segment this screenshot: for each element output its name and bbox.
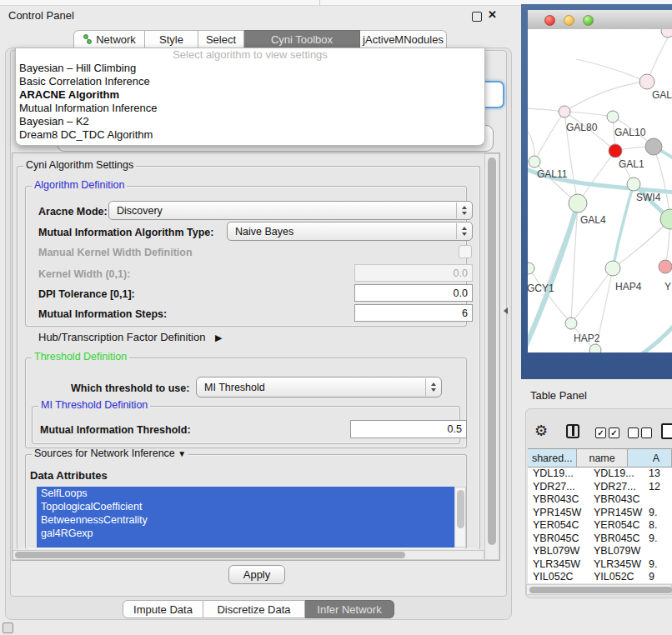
cell[interactable] (645, 493, 662, 507)
cell[interactable]: 9. (645, 532, 662, 546)
algorithm-item-mutual-information[interactable]: Mutual Information Inference (16, 102, 484, 115)
tab-cyni-toolbox[interactable]: Cyni Toolbox (244, 30, 360, 48)
cell[interactable]: YBR043C (528, 493, 587, 507)
new-table-document-icon[interactable] (661, 423, 672, 439)
column-header-partial[interactable]: A (628, 448, 672, 468)
node-table: shared... name A YDL19... YDL19... 13 YD… (528, 448, 672, 583)
tab-network[interactable]: Network (73, 30, 145, 48)
cell[interactable]: 8. (645, 519, 662, 532)
table-header-row: shared... name A (528, 448, 672, 468)
tab-impute-data[interactable]: Impute Data (123, 600, 203, 618)
algorithm-item-bayesian-k2[interactable]: Bayesian – K2 (16, 115, 484, 128)
network-node-gal10[interactable] (607, 111, 619, 122)
cell[interactable]: YPR145W (587, 507, 645, 520)
column-header-name[interactable]: name (577, 448, 627, 468)
cell[interactable] (645, 545, 662, 558)
window-close-icon[interactable] (544, 15, 555, 26)
algorithm-dropdown-placeholder: Select algorithm to view settings (16, 48, 484, 62)
cell[interactable]: 9 (645, 571, 662, 583)
network-node-gal11[interactable] (529, 156, 540, 168)
algorithm-item-aracne[interactable]: ARACNE Algorithm (16, 88, 484, 102)
cell[interactable]: YER054C (587, 519, 645, 532)
settings-horizontal-scrollbar-thumb[interactable] (15, 552, 405, 558)
settings-vertical-scrollbar-thumb[interactable] (488, 158, 496, 545)
cell[interactable]: YLR345W (528, 558, 587, 572)
network-node-gal80[interactable] (559, 106, 570, 118)
network-node-gal4[interactable] (569, 194, 587, 212)
cell[interactable]: YDL19... (587, 468, 645, 481)
cell[interactable]: 13 (645, 468, 662, 481)
cell[interactable]: YBL079W (528, 545, 587, 558)
cell[interactable]: YIL052C (587, 571, 645, 583)
splitter-arrow-icon[interactable] (504, 308, 508, 314)
dpi-tolerance-field[interactable] (354, 284, 473, 302)
hub-definition-toggle[interactable]: Hub/Transcription Factor Definition ▶ (38, 331, 222, 343)
sources-collapse-arrow-icon[interactable]: ▼ (178, 449, 186, 458)
cell[interactable]: YDL19... (528, 468, 587, 481)
column-header-shared-name[interactable]: shared... (528, 448, 577, 468)
algorithm-item-dream8[interactable]: Dream8 DC_TDC Algorithm (16, 128, 484, 142)
node-label-swi4: SWI4 (636, 192, 661, 203)
table-horizontal-scrollbar-thumb[interactable] (529, 587, 672, 593)
deselect-all-rows-icon[interactable] (628, 428, 652, 438)
tab-impute-data-label: Impute Data (133, 603, 193, 616)
aracne-mode-value: Discovery (117, 205, 163, 217)
minimized-panel-icon[interactable] (3, 622, 13, 633)
network-node-unnamed-top[interactable] (661, 29, 672, 38)
network-node-hap4[interactable] (605, 261, 620, 276)
tab-select[interactable]: Select (198, 30, 244, 48)
tab-style[interactable]: Style (145, 30, 198, 48)
cell[interactable]: YBR043C (587, 493, 645, 507)
aracne-mode-combo[interactable]: Discovery (108, 201, 473, 220)
attribute-item-betweennesscentrality[interactable]: BetweennessCentrality (37, 513, 454, 527)
cell[interactable]: YBR045C (528, 532, 587, 546)
column-visibility-icon[interactable] (566, 424, 579, 438)
attribute-item-gal4rgexp[interactable]: gal4RGexp (37, 527, 454, 540)
network-node-gcy1[interactable] (528, 262, 534, 274)
network-canvas[interactable]: GAL GAL80 GAL10 GAL1 GAL11 SWI4 GAL4 GCY… (528, 29, 672, 352)
algorithm-item-basic-correlation[interactable]: Basic Correlation Inference (16, 75, 484, 88)
mi-type-combo[interactable]: Naive Bayes (227, 222, 473, 241)
tab-discretize-data[interactable]: Discretize Data (203, 600, 305, 618)
network-node-gal-partial[interactable] (639, 74, 654, 89)
hub-expand-arrow-icon[interactable]: ▶ (215, 332, 222, 342)
select-all-rows-icon[interactable]: ✓ ✓ (595, 428, 619, 438)
attribute-item-topologicalcoefficient[interactable]: TopologicalCoefficient (37, 500, 454, 513)
network-node-unnamed-bottom[interactable] (589, 344, 601, 352)
attribute-item-partial[interactable] (37, 540, 454, 548)
cell[interactable]: YPR145W (528, 507, 587, 520)
network-node-unnamed-gray[interactable] (645, 138, 662, 155)
table-settings-gear-icon[interactable]: ⚙ (534, 422, 548, 439)
attribute-item-selfloops[interactable]: SelfLoops (37, 487, 454, 500)
cell[interactable]: YIL052C (528, 571, 587, 583)
cell[interactable]: 9. (645, 558, 662, 572)
cell[interactable]: YBR045C (587, 532, 645, 546)
which-threshold-combo[interactable]: MI Threshold (196, 377, 442, 398)
kernel-width-field[interactable] (354, 264, 473, 282)
tab-jactivemnodules[interactable]: jActiveMNodules (360, 30, 447, 48)
cell[interactable]: YER054C (528, 519, 587, 532)
network-node-y-partial[interactable] (659, 260, 672, 273)
manual-kernel-checkbox[interactable] (459, 245, 472, 258)
network-window-titlebar[interactable] (528, 10, 672, 30)
network-node-gal1[interactable] (609, 144, 622, 158)
network-node-swi4[interactable] (627, 178, 640, 191)
window-minimize-icon[interactable] (564, 15, 574, 26)
algorithm-item-bayesian-hill-climbing[interactable]: Bayesian – Hill Climbing (16, 62, 484, 75)
sources-title-row[interactable]: Sources for Network Inference ▼ (32, 448, 188, 459)
float-panel-icon[interactable] (472, 12, 482, 22)
mi-steps-field[interactable] (354, 304, 473, 322)
cell[interactable]: YDR27... (587, 481, 645, 494)
network-node-hap2[interactable] (565, 318, 577, 329)
tab-infer-network[interactable]: Infer Network (305, 600, 394, 618)
cell[interactable]: YLR345W (587, 558, 645, 572)
close-panel-icon[interactable]: ✕ (488, 8, 497, 21)
cell[interactable]: 9. (645, 507, 662, 520)
cell[interactable]: YBL079W (587, 545, 645, 558)
attribute-list-scrollbar-thumb[interactable] (457, 490, 464, 528)
cell[interactable]: YDR27... (528, 481, 587, 494)
cell[interactable]: 12 (645, 481, 662, 494)
apply-button[interactable]: Apply (228, 565, 285, 584)
mi-threshold-field[interactable] (350, 420, 467, 438)
window-zoom-icon[interactable] (583, 15, 594, 26)
